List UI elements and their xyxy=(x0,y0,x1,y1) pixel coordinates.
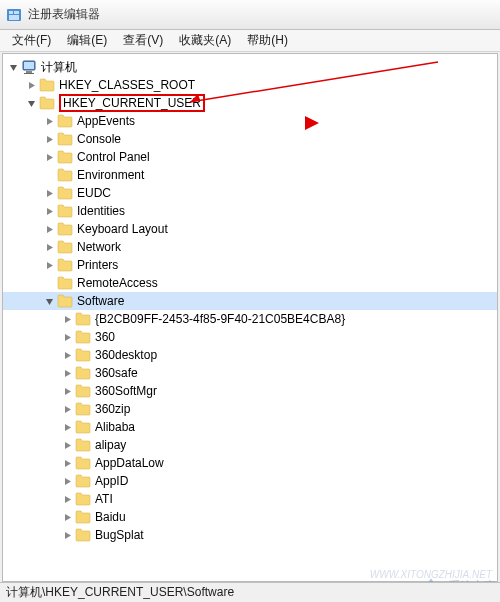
folder-icon xyxy=(75,312,91,326)
folder-icon xyxy=(57,258,73,272)
tree-item[interactable]: Printers xyxy=(3,256,497,274)
tree-item-label: Console xyxy=(77,132,121,146)
folder-icon xyxy=(57,132,73,146)
expand-icon[interactable] xyxy=(43,223,55,235)
tree-item-label: AppDataLow xyxy=(95,456,164,470)
expand-icon[interactable] xyxy=(61,421,73,433)
tree-item-label: AppEvents xyxy=(77,114,135,128)
svg-rect-7 xyxy=(24,73,34,74)
collapse-icon[interactable] xyxy=(7,61,19,73)
folder-icon xyxy=(57,114,73,128)
expand-icon[interactable] xyxy=(61,331,73,343)
expand-icon[interactable] xyxy=(61,367,73,379)
tree-item-label: 360desktop xyxy=(95,348,157,362)
folder-icon xyxy=(57,168,73,182)
tree-item[interactable]: BugSplat xyxy=(3,526,497,544)
tree-item[interactable]: AppDataLow xyxy=(3,454,497,472)
collapse-icon[interactable] xyxy=(43,295,55,307)
tree-item[interactable]: Control Panel xyxy=(3,148,497,166)
expand-icon[interactable] xyxy=(61,313,73,325)
folder-icon xyxy=(57,294,73,308)
tree-item[interactable]: Network xyxy=(3,238,497,256)
tree-item[interactable]: 计算机 xyxy=(3,58,497,76)
expand-icon[interactable] xyxy=(43,205,55,217)
tree-item-label: Alibaba xyxy=(95,420,135,434)
menu-edit[interactable]: 编辑(E) xyxy=(59,30,115,51)
expand-icon[interactable] xyxy=(61,493,73,505)
svg-rect-5 xyxy=(24,62,34,69)
tree-item-label: Environment xyxy=(77,168,144,182)
tree-item[interactable]: 360zip xyxy=(3,400,497,418)
menu-file[interactable]: 文件(F) xyxy=(4,30,59,51)
tree-item[interactable]: 360SoftMgr xyxy=(3,382,497,400)
expand-icon[interactable] xyxy=(61,403,73,415)
tree-item[interactable]: Console xyxy=(3,130,497,148)
tree-item[interactable]: HKEY_CURRENT_USER xyxy=(3,94,497,112)
tree-item[interactable]: EUDC xyxy=(3,184,497,202)
tree-item[interactable]: AppEvents xyxy=(3,112,497,130)
tree-item-label: Printers xyxy=(77,258,118,272)
menu-favorites[interactable]: 收藏夹(A) xyxy=(171,30,239,51)
expand-icon[interactable] xyxy=(43,241,55,253)
folder-icon xyxy=(57,204,73,218)
expand-icon[interactable] xyxy=(61,529,73,541)
tree-item[interactable]: alipay xyxy=(3,436,497,454)
folder-icon xyxy=(75,420,91,434)
tree-item[interactable]: RemoteAccess xyxy=(3,274,497,292)
expand-icon[interactable] xyxy=(61,457,73,469)
tree-panel[interactable]: 计算机HKEY_CLASSES_ROOTHKEY_CURRENT_USERApp… xyxy=(2,53,498,582)
tree-item-label: 计算机 xyxy=(41,59,77,76)
tree-item-label: BugSplat xyxy=(95,528,144,542)
expand-icon[interactable] xyxy=(43,187,55,199)
tree-item[interactable]: Identities xyxy=(3,202,497,220)
tree-item[interactable]: ATI xyxy=(3,490,497,508)
tree-item-label: Software xyxy=(77,294,124,308)
tree-item-label: Keyboard Layout xyxy=(77,222,168,236)
expand-icon[interactable] xyxy=(43,133,55,145)
folder-icon xyxy=(75,438,91,452)
tree-item[interactable]: HKEY_CLASSES_ROOT xyxy=(3,76,497,94)
tree-item[interactable]: 360 xyxy=(3,328,497,346)
status-path: 计算机\HKEY_CURRENT_USER\Software xyxy=(6,584,234,601)
folder-icon xyxy=(57,240,73,254)
menu-help[interactable]: 帮助(H) xyxy=(239,30,296,51)
expand-icon[interactable] xyxy=(61,439,73,451)
folder-icon xyxy=(75,330,91,344)
folder-icon xyxy=(57,276,73,290)
tree-item[interactable]: 360safe xyxy=(3,364,497,382)
folder-icon xyxy=(75,492,91,506)
collapse-icon[interactable] xyxy=(25,97,37,109)
folder-icon xyxy=(75,348,91,362)
menu-bar: 文件(F) 编辑(E) 查看(V) 收藏夹(A) 帮助(H) xyxy=(0,30,500,52)
tree-item[interactable]: Baidu xyxy=(3,508,497,526)
window-title: 注册表编辑器 xyxy=(28,6,100,23)
expand-icon[interactable] xyxy=(25,79,37,91)
folder-icon xyxy=(57,222,73,236)
folder-icon xyxy=(39,96,55,110)
expand-icon[interactable] xyxy=(61,385,73,397)
menu-view[interactable]: 查看(V) xyxy=(115,30,171,51)
expand-icon[interactable] xyxy=(61,511,73,523)
tree-item[interactable]: AppID xyxy=(3,472,497,490)
folder-icon xyxy=(75,474,91,488)
tree-item[interactable]: Alibaba xyxy=(3,418,497,436)
svg-rect-3 xyxy=(9,15,19,20)
expand-icon[interactable] xyxy=(43,151,55,163)
expand-icon[interactable] xyxy=(61,349,73,361)
tree-item[interactable]: Environment xyxy=(3,166,497,184)
tree-item[interactable]: {B2CB09FF-2453-4f85-9F40-21C05BE4CBA8} xyxy=(3,310,497,328)
tree-item[interactable]: Keyboard Layout xyxy=(3,220,497,238)
expand-icon[interactable] xyxy=(43,259,55,271)
tree-item-label: 360SoftMgr xyxy=(95,384,157,398)
folder-icon xyxy=(75,528,91,542)
expand-icon[interactable] xyxy=(61,475,73,487)
svg-rect-6 xyxy=(26,71,32,73)
registry-tree: 计算机HKEY_CLASSES_ROOTHKEY_CURRENT_USERApp… xyxy=(3,54,497,548)
folder-icon xyxy=(75,366,91,380)
folder-icon xyxy=(75,510,91,524)
tree-item[interactable]: 360desktop xyxy=(3,346,497,364)
app-icon xyxy=(6,7,22,23)
svg-rect-2 xyxy=(14,11,19,14)
tree-item[interactable]: Software xyxy=(3,292,497,310)
expand-icon[interactable] xyxy=(43,115,55,127)
